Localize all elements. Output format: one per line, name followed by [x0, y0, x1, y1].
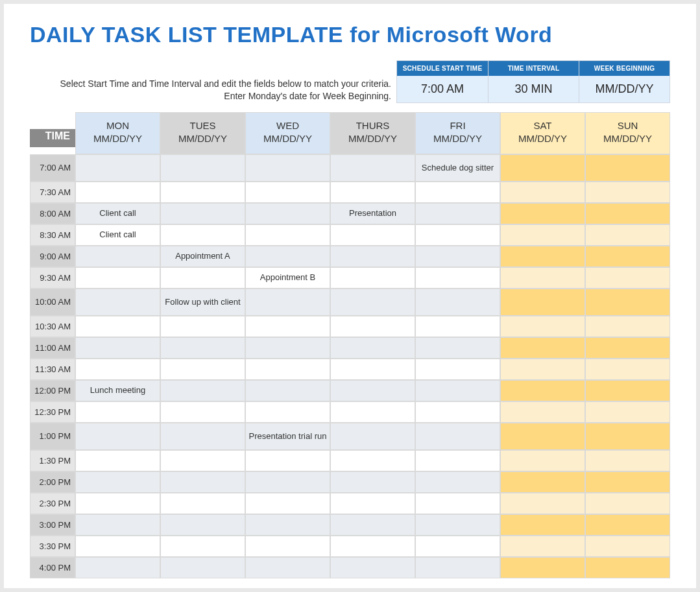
schedule-cell[interactable]	[330, 471, 415, 493]
day-header-wed[interactable]: WEDMM/DD/YY	[245, 112, 330, 154]
schedule-cell[interactable]	[160, 224, 245, 246]
schedule-cell[interactable]	[160, 380, 245, 401]
schedule-cell[interactable]	[585, 380, 670, 401]
schedule-cell[interactable]	[500, 224, 585, 246]
schedule-cell[interactable]	[245, 557, 330, 578]
schedule-cell[interactable]	[160, 514, 245, 536]
schedule-cell[interactable]	[500, 380, 585, 401]
schedule-cell[interactable]	[160, 471, 245, 493]
schedule-cell[interactable]	[500, 154, 585, 182]
schedule-cell[interactable]	[330, 380, 415, 401]
schedule-cell[interactable]	[500, 289, 585, 316]
schedule-cell[interactable]	[500, 493, 585, 514]
schedule-cell[interactable]	[585, 401, 670, 423]
schedule-cell[interactable]	[330, 423, 415, 450]
schedule-cell[interactable]	[160, 267, 245, 289]
schedule-cell[interactable]	[160, 536, 245, 557]
schedule-cell[interactable]	[160, 359, 245, 380]
schedule-cell[interactable]	[585, 224, 670, 246]
schedule-cell[interactable]	[500, 423, 585, 450]
schedule-cell[interactable]	[500, 359, 585, 380]
schedule-cell[interactable]	[585, 246, 670, 267]
schedule-cell[interactable]	[75, 557, 160, 578]
control-interval-value[interactable]: 30 MIN	[489, 76, 579, 102]
schedule-cell[interactable]	[160, 154, 245, 182]
schedule-cell[interactable]	[585, 423, 670, 450]
schedule-cell[interactable]	[415, 471, 500, 493]
schedule-cell[interactable]	[245, 316, 330, 337]
schedule-cell[interactable]	[245, 514, 330, 536]
schedule-cell[interactable]	[500, 203, 585, 224]
schedule-cell[interactable]	[75, 514, 160, 536]
schedule-cell[interactable]	[585, 493, 670, 514]
schedule-cell[interactable]	[75, 182, 160, 203]
schedule-cell[interactable]	[75, 359, 160, 380]
schedule-cell[interactable]	[160, 182, 245, 203]
schedule-cell[interactable]: Client call	[75, 224, 160, 246]
schedule-cell[interactable]	[330, 316, 415, 337]
schedule-cell[interactable]	[415, 536, 500, 557]
schedule-cell[interactable]	[330, 536, 415, 557]
schedule-cell[interactable]	[330, 182, 415, 203]
schedule-cell[interactable]	[160, 423, 245, 450]
schedule-cell[interactable]	[415, 224, 500, 246]
schedule-cell[interactable]	[245, 289, 330, 316]
schedule-cell[interactable]	[330, 359, 415, 380]
schedule-cell[interactable]: Lunch meeting	[75, 380, 160, 401]
schedule-cell[interactable]	[75, 289, 160, 316]
schedule-cell[interactable]	[500, 514, 585, 536]
schedule-cell[interactable]	[75, 423, 160, 450]
schedule-cell[interactable]	[75, 337, 160, 359]
schedule-cell[interactable]	[415, 401, 500, 423]
schedule-cell[interactable]	[245, 493, 330, 514]
schedule-cell[interactable]	[245, 536, 330, 557]
schedule-cell[interactable]	[585, 337, 670, 359]
schedule-cell[interactable]	[330, 557, 415, 578]
schedule-cell[interactable]	[415, 380, 500, 401]
schedule-cell[interactable]	[75, 246, 160, 267]
schedule-cell[interactable]	[415, 359, 500, 380]
schedule-cell[interactable]	[585, 154, 670, 182]
schedule-cell[interactable]	[415, 423, 500, 450]
schedule-cell[interactable]	[160, 450, 245, 471]
schedule-cell[interactable]	[160, 316, 245, 337]
schedule-cell[interactable]	[415, 203, 500, 224]
schedule-cell[interactable]	[330, 246, 415, 267]
schedule-cell[interactable]	[500, 246, 585, 267]
schedule-cell[interactable]	[245, 359, 330, 380]
schedule-cell[interactable]	[245, 401, 330, 423]
schedule-cell[interactable]	[415, 246, 500, 267]
schedule-cell[interactable]	[500, 471, 585, 493]
schedule-cell[interactable]	[585, 289, 670, 316]
schedule-cell[interactable]	[415, 450, 500, 471]
schedule-cell[interactable]	[75, 471, 160, 493]
schedule-cell[interactable]	[585, 471, 670, 493]
schedule-cell[interactable]	[245, 337, 330, 359]
schedule-cell[interactable]	[585, 267, 670, 289]
schedule-cell[interactable]	[160, 203, 245, 224]
schedule-cell[interactable]	[330, 267, 415, 289]
schedule-cell[interactable]	[415, 316, 500, 337]
schedule-cell[interactable]	[585, 536, 670, 557]
schedule-cell[interactable]	[160, 337, 245, 359]
schedule-cell[interactable]	[330, 493, 415, 514]
schedule-cell[interactable]	[500, 536, 585, 557]
schedule-cell[interactable]	[500, 337, 585, 359]
schedule-cell[interactable]	[500, 557, 585, 578]
schedule-cell[interactable]: Schedule dog sitter	[415, 154, 500, 182]
schedule-cell[interactable]	[75, 493, 160, 514]
schedule-cell[interactable]: Appointment B	[245, 267, 330, 289]
schedule-cell[interactable]	[245, 380, 330, 401]
schedule-cell[interactable]	[415, 182, 500, 203]
schedule-cell[interactable]: Client call	[75, 203, 160, 224]
schedule-cell[interactable]	[245, 182, 330, 203]
schedule-cell[interactable]	[415, 493, 500, 514]
schedule-cell[interactable]	[245, 203, 330, 224]
schedule-cell[interactable]	[585, 316, 670, 337]
schedule-cell[interactable]	[75, 450, 160, 471]
schedule-cell[interactable]	[585, 359, 670, 380]
control-start-time-value[interactable]: 7:00 AM	[397, 76, 488, 102]
schedule-cell[interactable]	[500, 401, 585, 423]
schedule-cell[interactable]	[415, 289, 500, 316]
schedule-cell[interactable]	[330, 337, 415, 359]
